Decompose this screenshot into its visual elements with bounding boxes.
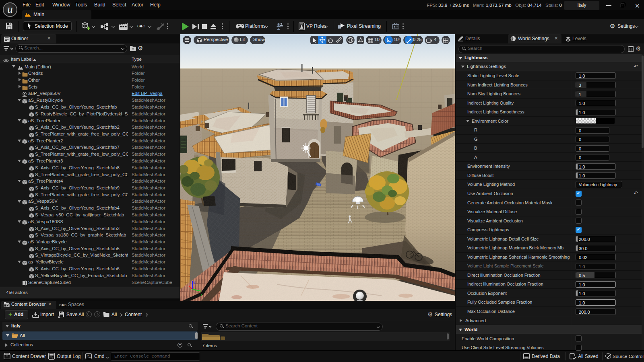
svg-text:Z: Z — [194, 281, 196, 284]
svg-text:Y: Y — [200, 293, 203, 296]
